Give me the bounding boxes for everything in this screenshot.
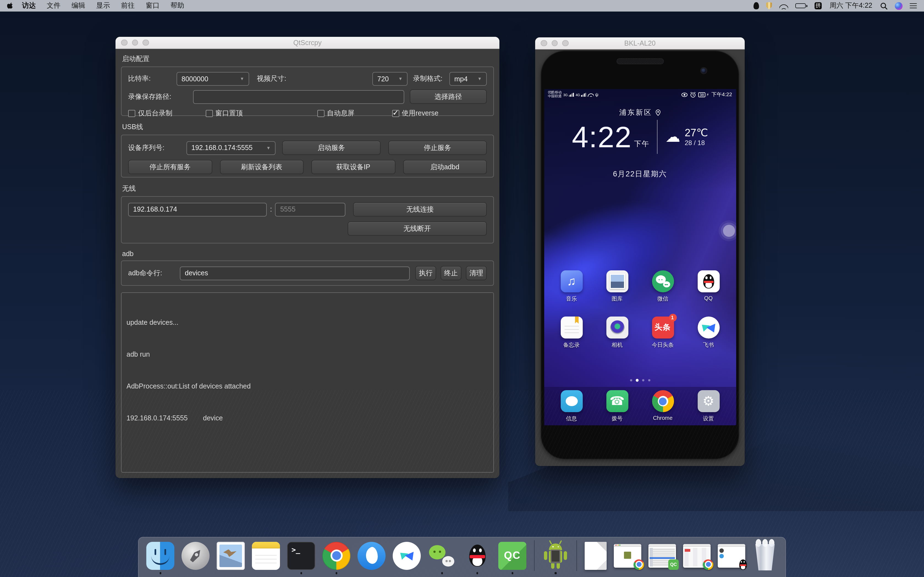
adb-cmd-input[interactable]: [180, 266, 410, 280]
battery-icon[interactable]: [793, 0, 809, 11]
start-service-button[interactable]: 启动服务: [282, 141, 381, 155]
dock-trash[interactable]: [753, 541, 778, 571]
menu-item-view[interactable]: 显示: [91, 0, 115, 11]
save-path-input[interactable]: [193, 90, 404, 103]
phone-front-camera: [700, 67, 707, 74]
record-format-combobox[interactable]: mp4 ▼: [449, 72, 487, 86]
menu-item-go[interactable]: 前往: [115, 0, 140, 11]
zoom-button[interactable]: [562, 40, 569, 47]
checkbox-background-record[interactable]: 仅后台录制: [128, 109, 173, 118]
menu-item-file[interactable]: 文件: [41, 0, 66, 11]
adb-log-output[interactable]: update devices... adb run AdbProcess::ou…: [121, 292, 494, 472]
dock-seal-app[interactable]: [357, 542, 386, 570]
menu-bar-status-area: 拼 周六 下午4:22: [751, 0, 924, 11]
minimized-window-thumbnail: [614, 544, 641, 567]
adb-clear-button[interactable]: 清理: [466, 266, 487, 280]
bitrate-combobox[interactable]: 8000000 ▼: [176, 72, 249, 86]
terminal-icon: >_: [287, 542, 315, 570]
app-wechat[interactable]: 微信: [645, 270, 681, 303]
input-method-icon[interactable]: 拼: [813, 0, 823, 11]
wireless-disconnect-button[interactable]: 无线断开: [347, 221, 487, 236]
zoom-button[interactable]: [142, 40, 149, 46]
wireless-ip-input[interactable]: [128, 203, 267, 216]
app-chrome[interactable]: Chrome: [645, 390, 681, 422]
weather-widget[interactable]: ☁ 27℃ 28 / 18: [666, 126, 708, 148]
cloud-icon: ☁: [666, 129, 680, 144]
app-messages[interactable]: 信息: [553, 390, 590, 422]
qq-menubar-icon[interactable]: [751, 0, 760, 11]
dock-minimized-code-window[interactable]: QC: [648, 544, 676, 567]
dock-lark[interactable]: [393, 542, 421, 570]
app-feishu[interactable]: 飞书: [690, 316, 727, 349]
app-camera[interactable]: 相机: [599, 316, 635, 349]
wireless-connect-button[interactable]: 无线连接: [354, 202, 487, 216]
bitrate-value: 8000000: [181, 75, 208, 83]
app-label: 信息: [566, 415, 577, 422]
dock-minimized-chrome-window[interactable]: [614, 544, 641, 567]
qtscrcpy-titlebar[interactable]: QtScrcpy: [115, 37, 499, 49]
shield-icon[interactable]: [764, 0, 774, 11]
app-dialer[interactable]: ☎ 拨号: [599, 390, 635, 422]
chrome-badge-icon: [703, 559, 713, 570]
dock-terminal[interactable]: >_: [287, 542, 315, 570]
app-music[interactable]: ♫ 音乐: [553, 270, 590, 303]
refresh-device-list-button[interactable]: 刷新设备列表: [220, 160, 304, 174]
battery-icon: 38 ⚡: [698, 92, 709, 97]
app-memo[interactable]: 备忘录: [553, 316, 590, 349]
dock-qtscrcpy-android[interactable]: [542, 542, 569, 570]
dock-minimized-document[interactable]: [585, 542, 607, 570]
dock-mail[interactable]: [217, 542, 245, 570]
menu-item-edit[interactable]: 编辑: [66, 0, 91, 11]
app-settings[interactable]: ⚙ 设置: [690, 390, 727, 422]
wireless-port-input[interactable]: [275, 203, 346, 216]
close-button[interactable]: [121, 40, 127, 46]
dock-qt-creator[interactable]: QC: [498, 542, 527, 570]
home-page-dots: [544, 379, 736, 381]
dock-qq[interactable]: [463, 542, 491, 570]
choose-path-button[interactable]: 选择路径: [410, 90, 487, 104]
menu-item-finder[interactable]: 访达: [16, 0, 41, 11]
app-gallery[interactable]: 图库: [599, 270, 635, 303]
record-format-value: mp4: [454, 75, 468, 83]
menu-item-help[interactable]: 帮助: [165, 0, 190, 11]
phone-window-titlebar[interactable]: BKL-AL20: [535, 37, 745, 50]
video-size-combobox[interactable]: 720 ▼: [372, 72, 407, 86]
minimize-button[interactable]: [551, 40, 558, 47]
checkbox-always-on-top[interactable]: 窗口置顶: [205, 109, 243, 118]
dock-launchpad[interactable]: [181, 542, 210, 570]
assistive-ball[interactable]: [723, 225, 735, 237]
start-adbd-button[interactable]: 启动adbd: [403, 160, 487, 174]
close-button[interactable]: [541, 40, 547, 47]
serial-value: 192.168.0.174:5555: [191, 144, 252, 152]
phone-screen[interactable]: 优酷移动 中国联通 3G 4G ψ: [544, 89, 736, 425]
stop-service-button[interactable]: 停止服务: [388, 141, 487, 155]
app-label: 今日头条: [652, 341, 674, 349]
menu-item-window[interactable]: 窗口: [140, 0, 165, 11]
adb-kill-button[interactable]: 终止: [441, 266, 462, 280]
stop-all-services-button[interactable]: 停止所有服务: [128, 160, 212, 174]
minimize-button[interactable]: [132, 40, 138, 46]
adb-section-label: adb: [122, 250, 493, 258]
siri-icon[interactable]: [893, 0, 904, 11]
signal-sim1: 3G: [563, 93, 574, 97]
serial-combobox[interactable]: 192.168.0.174:5555 ▼: [186, 141, 276, 155]
apple-menu[interactable]: [5, 0, 16, 11]
dock-wechat[interactable]: [428, 542, 456, 570]
get-device-ip-button[interactable]: 获取设备IP: [311, 160, 395, 174]
adb-exec-button[interactable]: 执行: [415, 266, 436, 280]
app-toutiao[interactable]: 头条 1 今日头条: [645, 316, 681, 349]
app-qq[interactable]: QQ: [690, 270, 727, 303]
network-type-label: 3G: [563, 93, 568, 97]
menubar-clock[interactable]: 周六 下午4:22: [827, 1, 874, 10]
dock-finder[interactable]: [146, 542, 174, 570]
search-icon[interactable]: [878, 0, 889, 11]
checkbox-icon: [128, 110, 135, 117]
checkbox-auto-screen-off[interactable]: 自动息屏: [317, 109, 354, 118]
dock-chrome[interactable]: [322, 542, 351, 570]
dock-minimized-web-window[interactable]: [683, 544, 711, 567]
wifi-icon[interactable]: [777, 0, 790, 11]
dock-notes[interactable]: [252, 542, 280, 570]
checkbox-use-reverse[interactable]: 使用reverse: [392, 109, 438, 118]
dock-minimized-qq-window[interactable]: [718, 544, 745, 567]
notification-center-icon[interactable]: [908, 0, 919, 11]
